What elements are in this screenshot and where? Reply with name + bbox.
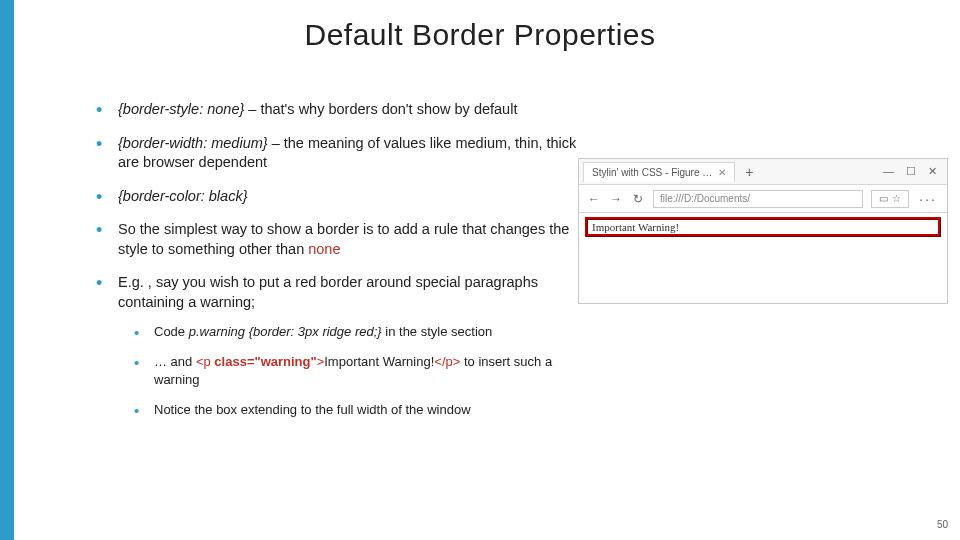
text-span: Code	[154, 324, 189, 339]
bullet-item: {border-style: none} – that's why border…	[90, 100, 585, 120]
sub-bullet-list: Code p.warning {border: 3px ridge red;} …	[118, 323, 585, 420]
forward-icon[interactable]: →	[609, 192, 623, 206]
more-icon[interactable]: ···	[917, 191, 939, 207]
close-tab-icon[interactable]: ✕	[718, 167, 726, 178]
bullet-item: E.g. , say you wish to put a red border …	[90, 273, 585, 419]
reading-star-box[interactable]: ▭ ☆	[871, 190, 909, 208]
text-span: in the style section	[382, 324, 493, 339]
text-span: Notice the box extending to the full wid…	[154, 402, 471, 417]
refresh-icon[interactable]: ↻	[631, 192, 645, 206]
tab-title: Stylin' with CSS - Figure …	[592, 167, 712, 178]
sub-bullet-item: Notice the box extending to the full wid…	[118, 401, 585, 419]
window-controls: — ☐ ✕	[883, 165, 947, 178]
url-field[interactable]: file:///D:/Documents/	[653, 190, 863, 208]
bullet-item: So the simplest way to show a border is …	[90, 220, 585, 259]
keyword-none: none	[308, 241, 340, 257]
code-span: {border-color: black}	[118, 188, 248, 204]
star-icon: ☆	[892, 193, 901, 204]
text-span: … and	[154, 354, 196, 369]
text-span: E.g. , say you wish to put a red border …	[118, 274, 538, 310]
browser-tabrow: Stylin' with CSS - Figure … ✕ + — ☐ ✕	[579, 159, 947, 185]
reading-icon: ▭	[879, 193, 888, 204]
text-span: So the simplest way to show a border is …	[118, 221, 569, 257]
html-tag: <p	[196, 354, 214, 369]
sub-bullet-item: Code p.warning {border: 3px ridge red;} …	[118, 323, 585, 341]
text-span: Important Warning!	[324, 354, 434, 369]
close-icon[interactable]: ✕	[928, 165, 937, 178]
browser-address-bar: ← → ↻ file:///D:/Documents/ ▭ ☆ ···	[579, 185, 947, 213]
code-span: {border-style: none}	[118, 101, 244, 117]
sub-bullet-item: … and <p class="warning">Important Warni…	[118, 353, 585, 389]
new-tab-button[interactable]: +	[739, 164, 759, 180]
maximize-icon[interactable]: ☐	[906, 165, 916, 178]
browser-tab[interactable]: Stylin' with CSS - Figure … ✕	[583, 162, 735, 182]
page-number: 50	[937, 519, 948, 530]
code-span: p.warning {border: 3px ridge red;}	[189, 324, 382, 339]
minimize-icon[interactable]: —	[883, 165, 894, 178]
html-attr: class="warning"	[214, 354, 316, 369]
bullet-list: {border-style: none} – that's why border…	[90, 100, 585, 419]
code-span: {border-width: medium}	[118, 135, 268, 151]
text-span: – that's why borders don't show by defau…	[244, 101, 517, 117]
content-area: {border-style: none} – that's why border…	[90, 100, 585, 433]
warning-paragraph: Important Warning!	[585, 217, 941, 237]
accent-bar	[0, 0, 14, 540]
html-tag: </p>	[434, 354, 460, 369]
browser-window: Stylin' with CSS - Figure … ✕ + — ☐ ✕ ← …	[578, 158, 948, 304]
bullet-item: {border-width: medium} – the meaning of …	[90, 134, 585, 173]
browser-viewport: Important Warning!	[579, 213, 947, 241]
page-title: Default Border Properties	[0, 18, 960, 52]
bullet-item: {border-color: black}	[90, 187, 585, 207]
back-icon[interactable]: ←	[587, 192, 601, 206]
